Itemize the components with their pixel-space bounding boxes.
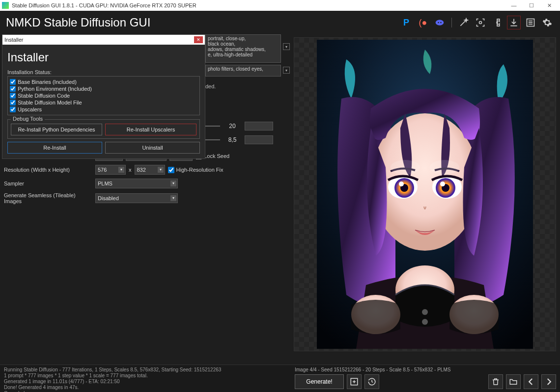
focus-icon[interactable] (474, 16, 487, 29)
prompt-textarea-fragment[interactable]: portrait, close-up, black ocean, adows, … (205, 34, 281, 63)
uninstall-button[interactable]: Uninstall (105, 142, 200, 154)
discord-icon[interactable] (433, 16, 447, 29)
history-icon[interactable] (364, 374, 379, 389)
chevron-down-icon[interactable]: ▾ (283, 67, 290, 74)
image-preview[interactable] (294, 37, 556, 351)
folder-icon[interactable] (506, 374, 521, 389)
svg-point-1 (438, 22, 439, 24)
scale-slider[interactable] (205, 139, 220, 140)
delete-icon[interactable] (488, 374, 503, 389)
steps-slider[interactable] (205, 126, 220, 127)
close-icon[interactable]: ✕ (194, 36, 203, 43)
resolution-x: x (129, 167, 132, 173)
text-fragment: ded. (205, 83, 216, 89)
svg-point-22 (440, 182, 445, 186)
installer-titlebar-text: Installer (4, 37, 24, 43)
chevron-down-icon: ▾ (118, 167, 124, 173)
steps-input[interactable] (245, 122, 273, 131)
status-item: Base Binaries (Included) (10, 78, 197, 85)
installation-status-label: Installation Status: (7, 69, 200, 75)
installer-heading: Installer (7, 51, 200, 64)
gear-icon[interactable] (540, 16, 554, 29)
chevron-down-icon[interactable]: ▾ (283, 43, 290, 50)
image-info: Image 4/4 - Seed 1515212266 - 20 Steps -… (295, 367, 556, 372)
chevron-down-icon: ▾ (170, 181, 176, 186)
steps-value: 20 (225, 123, 240, 130)
app-icon (2, 2, 9, 9)
app-header: NMKD Stable Diffusion GUI P (● (0, 11, 560, 34)
svg-point-14 (371, 113, 479, 251)
left-panel: portrait, close-up, black ocean, adows, … (0, 34, 291, 365)
hires-fix-checkbox[interactable] (168, 167, 174, 173)
list-icon[interactable] (524, 16, 537, 29)
installation-status-box: Base Binaries (Included) Python Environm… (7, 76, 200, 115)
status-checkbox[interactable] (10, 106, 16, 112)
scale-value: 8,5 (225, 136, 240, 143)
patreon-icon[interactable]: (● (416, 16, 430, 29)
chevron-down-icon: ▾ (158, 167, 164, 173)
status-item: Python Environment (Included) (10, 85, 197, 92)
height-select[interactable]: 832▾ (135, 165, 165, 175)
window-title: Stable Diffusion GUI 1.8.1 - CUDA GPU: N… (12, 2, 196, 8)
lock-seed-label: Lock Seed (204, 153, 229, 159)
magic-wand-icon[interactable] (457, 16, 471, 29)
tileable-label: Generate Seamless (Tileable) Images (4, 192, 92, 204)
svg-point-10 (422, 309, 428, 315)
svg-point-24 (430, 160, 459, 175)
window-close-button[interactable]: ✕ (540, 0, 558, 11)
reinstall-button[interactable]: Re-Install (7, 142, 102, 154)
scale-input[interactable] (245, 135, 273, 144)
status-checkbox[interactable] (10, 93, 16, 99)
installer-modal: Installer ✕ Installer Installation Statu… (2, 34, 205, 159)
download-icon[interactable] (507, 16, 521, 29)
window-titlebar: Stable Diffusion GUI 1.8.1 - CUDA GPU: N… (0, 0, 560, 11)
width-select[interactable]: 576▾ (95, 165, 126, 175)
window-minimize-button[interactable]: — (505, 0, 523, 11)
svg-point-23 (391, 160, 420, 175)
app-title: NMKD Stable Diffusion GUI (6, 16, 150, 29)
wrench-icon[interactable] (490, 16, 504, 29)
status-checkbox[interactable] (10, 100, 16, 105)
svg-point-0 (436, 20, 444, 26)
separator (451, 18, 452, 27)
next-image-icon[interactable] (541, 374, 556, 389)
resolution-label: Resolution (Width x Height) (4, 167, 92, 173)
paypal-icon[interactable]: P (399, 16, 413, 29)
status-item: Stable Diffusion Code (10, 92, 197, 99)
tileable-select[interactable]: Disabled▾ (95, 193, 178, 203)
status-checkbox[interactable] (10, 79, 16, 85)
window-maximize-button[interactable]: ☐ (523, 0, 540, 11)
debug-tools-legend: Debug Tools (11, 116, 45, 122)
chevron-down-icon: ▾ (170, 195, 176, 201)
reinstall-python-button[interactable]: Re-Install Python Dependencies (11, 124, 102, 135)
generate-button[interactable]: Generate! (295, 374, 344, 389)
status-checkbox[interactable] (10, 86, 16, 92)
installer-titlebar: Installer ✕ (2, 35, 205, 45)
svg-point-2 (440, 22, 442, 24)
negative-prompt-fragment[interactable]: photo filters, closed eyes, (205, 65, 281, 77)
svg-point-11 (422, 319, 428, 325)
svg-point-3 (479, 22, 482, 24)
status-item: Stable Diffusion Model File (10, 99, 197, 106)
right-panel (291, 34, 560, 365)
status-item: Upscalers (10, 106, 197, 113)
debug-tools-fieldset: Debug Tools Re-Install Python Dependenci… (7, 119, 200, 139)
generated-image (317, 40, 533, 349)
sampler-label: Sampler (4, 181, 92, 186)
add-to-queue-icon[interactable] (347, 374, 362, 389)
reinstall-upscalers-button[interactable]: Re-Install Upscalers (105, 124, 196, 135)
status-bar: Running Stable Diffusion - 777 Iteration… (0, 365, 560, 392)
status-log: Running Stable Diffusion - 777 Iteration… (0, 365, 291, 392)
previous-image-icon[interactable] (524, 374, 538, 389)
svg-point-21 (399, 182, 404, 186)
hires-fix-label: High-Resolution Fix (176, 167, 224, 173)
sampler-select[interactable]: PLMS▾ (95, 179, 178, 188)
